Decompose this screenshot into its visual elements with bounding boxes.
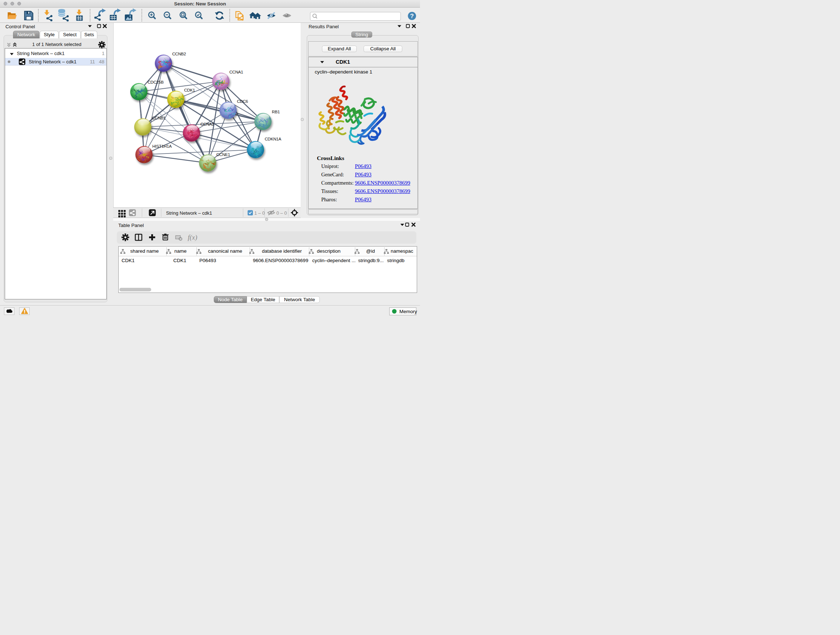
svg-text:CDC6: CDC6 bbox=[237, 99, 248, 103]
svg-text:RB1: RB1 bbox=[272, 109, 280, 114]
svg-text:CDC25B: CDC25B bbox=[148, 80, 164, 84]
svg-text:CCNA1: CCNA1 bbox=[229, 70, 243, 74]
svg-text:CCNE1: CCNE1 bbox=[216, 152, 230, 157]
svg-text:CCNA2: CCNA2 bbox=[201, 122, 214, 126]
svg-text:CCNB2: CCNB2 bbox=[172, 51, 186, 56]
svg-text:CDKN1A: CDKN1A bbox=[265, 136, 281, 141]
svg-text:CDK1: CDK1 bbox=[184, 88, 195, 92]
svg-text:HIST1H1A: HIST1H1A bbox=[152, 144, 172, 149]
svg-text:CCNB1: CCNB1 bbox=[152, 116, 166, 120]
